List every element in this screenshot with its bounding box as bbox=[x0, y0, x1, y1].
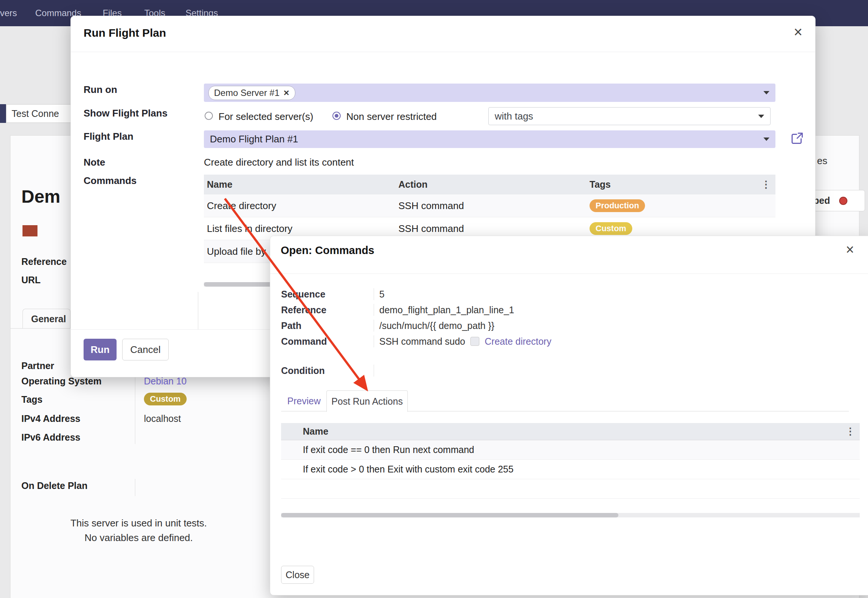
run-on-label: Run on bbox=[84, 84, 117, 95]
chevron-down-icon[interactable] bbox=[758, 115, 764, 118]
url-label: URL bbox=[21, 274, 40, 286]
cut-dark-button[interactable] bbox=[0, 104, 6, 123]
show-flight-plans-label: Show Flight Plans bbox=[84, 108, 168, 119]
color-swatch[interactable] bbox=[22, 225, 37, 236]
table-header: Name Action Tags ⋮ bbox=[204, 175, 775, 194]
server-chip[interactable]: Demo Server #1 ✕ bbox=[208, 86, 295, 100]
test-connection-button[interactable]: Test Conne bbox=[6, 104, 77, 123]
status-stopped-dot-icon bbox=[839, 197, 847, 205]
sequence-value[interactable]: 5 bbox=[374, 288, 385, 300]
chevron-down-icon[interactable] bbox=[763, 91, 769, 94]
post-run-actions-table: Name ⋮ If exit code == 0 then Run next c… bbox=[281, 423, 860, 499]
server-chip-label: Demo Server #1 bbox=[214, 88, 280, 98]
radio-non-server-restricted-label: Non server restricted bbox=[346, 111, 437, 123]
commands-label: Commands bbox=[84, 175, 137, 186]
modal-header-divider bbox=[71, 52, 815, 52]
cell-name: Upload file by bbox=[207, 240, 266, 263]
flight-plan-select[interactable]: Demo Flight Plan #1 bbox=[204, 130, 775, 148]
flight-plan-label: Flight Plan bbox=[84, 131, 133, 142]
run-modal-title: Run Flight Plan bbox=[84, 27, 166, 39]
run-on-field[interactable]: Demo Server #1 ✕ bbox=[204, 84, 775, 102]
cell-name: If exit code == 0 then Run next command bbox=[303, 440, 474, 459]
plan-description: Create directory and list its content bbox=[204, 157, 354, 168]
condition-value[interactable] bbox=[374, 365, 394, 377]
path-text: /such/much/{{ demo_path }} bbox=[379, 320, 494, 331]
table-row[interactable]: If exit code == 0 then Run next command bbox=[281, 440, 860, 460]
command-checkbox[interactable] bbox=[470, 337, 479, 346]
chevron-down-icon[interactable] bbox=[763, 138, 769, 141]
with-tags-select[interactable]: with tags bbox=[488, 107, 771, 125]
col-action[interactable]: Action bbox=[398, 175, 428, 194]
server-tag-badge: Custom bbox=[144, 393, 187, 405]
sequence-label: Sequence bbox=[281, 289, 374, 300]
cancel-button[interactable]: Cancel bbox=[122, 339, 169, 360]
radio-selected-servers[interactable] bbox=[205, 112, 213, 120]
command-text: SSH command sudo bbox=[379, 336, 465, 347]
ipv4-label: IPv4 Address bbox=[21, 413, 80, 424]
tag-badge-production: Production bbox=[590, 199, 645, 212]
close-icon[interactable]: × bbox=[794, 24, 802, 39]
chatter-fragment: es bbox=[817, 155, 827, 167]
cell-name: If exit code > 0 then Exit with custom e… bbox=[303, 460, 513, 479]
ipv4-value: localhost bbox=[144, 413, 181, 424]
path-value[interactable]: /such/much/{{ demo_path }} bbox=[374, 320, 494, 332]
radio-selected-servers-label: For selected server(s) bbox=[218, 111, 313, 123]
modal-header-divider bbox=[270, 274, 868, 274]
field-divider-2 bbox=[135, 479, 135, 496]
radio-non-server-restricted[interactable] bbox=[332, 112, 341, 120]
tag-badge-custom: Custom bbox=[590, 222, 632, 235]
kebab-menu-icon[interactable]: ⋮ bbox=[846, 423, 855, 440]
server-heading: Dem bbox=[21, 186, 60, 207]
command-label: Command bbox=[281, 336, 374, 347]
commands-modal-title: Open: Commands bbox=[281, 244, 374, 257]
kebab-menu-icon[interactable]: ⋮ bbox=[761, 175, 771, 194]
col-name[interactable]: Name bbox=[303, 423, 328, 440]
no-variables-note: No variables are defined. bbox=[45, 532, 232, 544]
note-label: Note bbox=[84, 157, 105, 168]
condition-label: Condition bbox=[281, 365, 374, 376]
path-label: Path bbox=[281, 320, 374, 331]
field-sequence: Sequence 5 bbox=[281, 286, 847, 302]
cell-name: Create directory bbox=[207, 194, 276, 217]
table-header: Name ⋮ bbox=[281, 423, 860, 440]
reference-label: Reference bbox=[21, 256, 67, 267]
external-link-icon[interactable] bbox=[790, 132, 804, 145]
tab-general[interactable]: General bbox=[22, 309, 70, 329]
col-tags[interactable]: Tags bbox=[590, 175, 611, 194]
unit-test-note: This server is used in unit tests. bbox=[45, 517, 232, 529]
sequence-text: 5 bbox=[379, 289, 385, 300]
tags-label: Tags bbox=[21, 394, 43, 405]
tab-preview[interactable]: Preview bbox=[281, 390, 326, 411]
table-row-empty bbox=[281, 479, 860, 499]
run-button[interactable]: Run bbox=[84, 339, 117, 360]
table-row[interactable]: If exit code > 0 then Exit with custom e… bbox=[281, 460, 860, 479]
create-directory-link[interactable]: Create directory bbox=[485, 336, 551, 347]
reference-text: demo_flight_plan_1_plan_line_1 bbox=[379, 305, 514, 315]
open-commands-modal: Open: Commands × Sequence 5 Reference de… bbox=[270, 236, 868, 595]
horizontal-scrollbar[interactable] bbox=[281, 513, 860, 517]
cell-action: SSH command bbox=[398, 194, 464, 217]
reference-value[interactable]: demo_flight_plan_1_plan_line_1 bbox=[374, 304, 514, 316]
table-row[interactable]: Create directory SSH command Production bbox=[204, 194, 775, 217]
on-delete-plan-label: On Delete Plan bbox=[21, 480, 87, 491]
reference-label: Reference bbox=[281, 305, 374, 315]
field-path: Path /such/much/{{ demo_path }} bbox=[281, 318, 847, 333]
field-reference: Reference demo_flight_plan_1_plan_line_1 bbox=[281, 302, 847, 318]
tab-post-run-actions[interactable]: Post Run Actions bbox=[326, 390, 408, 412]
ipv6-label: IPv6 Address bbox=[21, 432, 80, 443]
nav-servers[interactable]: vers bbox=[0, 0, 17, 26]
field-separator bbox=[198, 292, 198, 329]
col-name[interactable]: Name bbox=[207, 175, 232, 194]
remove-chip-icon[interactable]: ✕ bbox=[283, 88, 290, 97]
close-button[interactable]: Close bbox=[281, 566, 314, 584]
with-tags-value: with tags bbox=[495, 108, 533, 125]
close-icon[interactable]: × bbox=[846, 242, 854, 257]
flight-plan-value: Demo Flight Plan #1 bbox=[210, 130, 298, 148]
field-condition: Condition bbox=[281, 363, 847, 378]
field-command: Command SSH command sudo Create director… bbox=[281, 333, 847, 349]
scrollbar-thumb[interactable] bbox=[281, 513, 618, 517]
command-value: SSH command sudo Create directory bbox=[374, 335, 551, 347]
partner-label: Partner bbox=[21, 360, 54, 371]
